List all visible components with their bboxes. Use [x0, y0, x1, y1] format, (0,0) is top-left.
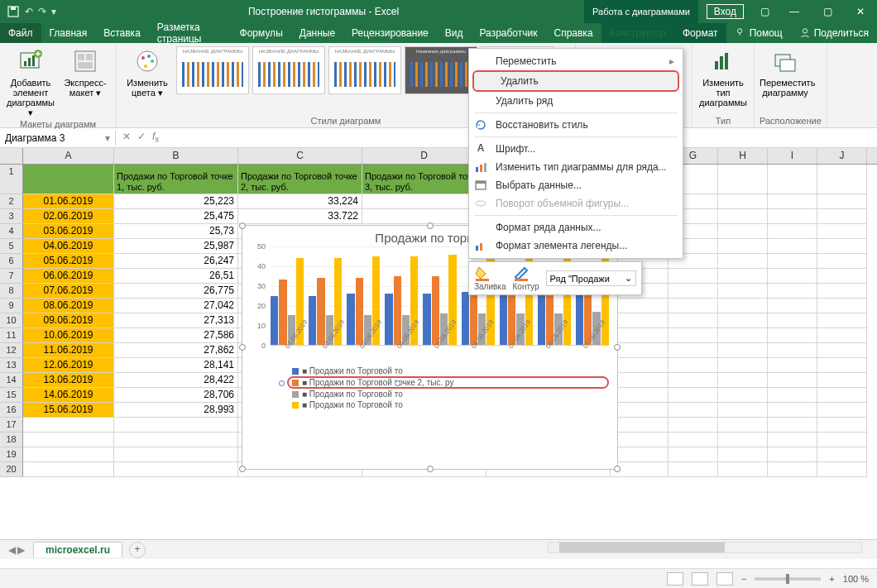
- cell-J13[interactable]: [817, 358, 867, 373]
- cell-I16[interactable]: [768, 403, 817, 418]
- cell-J7[interactable]: [817, 269, 867, 284]
- cell-G12[interactable]: [669, 343, 718, 358]
- chart-style-4[interactable]: Название диаграммы: [405, 46, 477, 94]
- cell-A7[interactable]: 06.06.2019: [23, 269, 114, 284]
- row-header-16[interactable]: 16: [0, 403, 23, 418]
- row-header-3[interactable]: 3: [0, 209, 23, 224]
- cell-H20[interactable]: [718, 462, 768, 477]
- menu-format-legend-entry[interactable]: Формат элемента легенды...: [469, 237, 683, 255]
- cell-A12[interactable]: 11.06.2019: [23, 343, 114, 358]
- cell-J6[interactable]: [817, 254, 867, 269]
- close-button[interactable]: ✕: [844, 0, 877, 23]
- cell-A3[interactable]: 02.06.2019: [23, 209, 114, 224]
- cell-I7[interactable]: [768, 269, 817, 284]
- cell-I10[interactable]: [768, 313, 817, 328]
- fx-icon[interactable]: fx: [152, 131, 159, 144]
- cell-J1[interactable]: [817, 165, 867, 194]
- cell-B2[interactable]: 25,223: [114, 194, 238, 209]
- mini-fill-button[interactable]: Заливка: [474, 265, 506, 291]
- cell-G20[interactable]: [669, 462, 718, 477]
- cell-G19[interactable]: [669, 447, 718, 462]
- cell-H9[interactable]: [718, 299, 768, 313]
- cell-H11[interactable]: [718, 328, 768, 343]
- cell-B19[interactable]: [114, 447, 238, 462]
- row-header-20[interactable]: 20: [0, 462, 23, 477]
- select-all-corner[interactable]: [0, 148, 23, 164]
- tab-view[interactable]: Вид: [437, 23, 472, 43]
- qat-more-icon[interactable]: ▾: [51, 6, 56, 17]
- cell-I14[interactable]: [768, 373, 817, 388]
- cell-F9[interactable]: [611, 299, 669, 313]
- cell-A18[interactable]: [23, 433, 114, 447]
- legend-entry-2[interactable]: ■ Продажи по Торговой точке 2, тыс. ру: [287, 376, 609, 389]
- tell-me[interactable]: Помощ: [726, 23, 791, 43]
- tab-data[interactable]: Данные: [291, 23, 343, 43]
- row-header-10[interactable]: 10: [0, 313, 23, 328]
- cell-B10[interactable]: 27,313: [114, 313, 238, 328]
- cell-B7[interactable]: 26,51: [114, 269, 238, 284]
- cell-I17[interactable]: [768, 418, 817, 433]
- cell-G10[interactable]: [669, 313, 718, 328]
- cell-F11[interactable]: [611, 328, 669, 343]
- tab-home[interactable]: Главная: [41, 23, 96, 43]
- cell-I9[interactable]: [768, 299, 817, 313]
- cell-A2[interactable]: 01.06.2019: [23, 194, 114, 209]
- tab-help[interactable]: Справка: [545, 23, 601, 43]
- cell-G17[interactable]: [669, 418, 718, 433]
- tab-chart-design[interactable]: Конструктор: [601, 23, 674, 43]
- menu-delete-series[interactable]: Удалить ряд: [469, 92, 683, 110]
- menu-move[interactable]: Переместить▸: [469, 52, 683, 70]
- cell-I13[interactable]: [768, 358, 817, 373]
- tab-formulas[interactable]: Формулы: [232, 23, 291, 43]
- cell-F15[interactable]: [611, 388, 669, 403]
- menu-reset-style[interactable]: Восстановить стиль: [469, 116, 683, 134]
- cell-J17[interactable]: [817, 418, 867, 433]
- row-header-6[interactable]: 6: [0, 254, 23, 269]
- cell-B17[interactable]: [114, 418, 238, 433]
- cell-I12[interactable]: [768, 343, 817, 358]
- cell-H14[interactable]: [718, 373, 768, 388]
- cell-A9[interactable]: 08.06.2019: [23, 299, 114, 313]
- undo-icon[interactable]: ↶: [25, 6, 33, 17]
- cell-J4[interactable]: [817, 224, 867, 239]
- worksheet-grid[interactable]: ABCDEFGHIJ1Продажи по Торговой точке 1, …: [0, 148, 877, 477]
- menu-delete[interactable]: Удалить: [472, 70, 679, 92]
- change-colors-button[interactable]: Изменить цвета ▾: [122, 46, 173, 98]
- add-chart-element-button[interactable]: Добавить элемент диаграммы ▾: [5, 46, 56, 117]
- cell-H17[interactable]: [718, 418, 768, 433]
- cell-G14[interactable]: [669, 373, 718, 388]
- cell-I15[interactable]: [768, 388, 817, 403]
- sheet-tab-active[interactable]: microexcel.ru: [33, 542, 122, 557]
- ribbon-options-icon[interactable]: ▢: [752, 6, 778, 17]
- view-layout-button[interactable]: [692, 572, 708, 586]
- cell-B13[interactable]: 28,141: [114, 358, 238, 373]
- row-header-19[interactable]: 19: [0, 447, 23, 462]
- cell-I18[interactable]: [768, 433, 817, 447]
- menu-change-type[interactable]: Изменить тип диаграммы для ряда...: [469, 158, 683, 176]
- cell-G15[interactable]: [669, 388, 718, 403]
- cell-G9[interactable]: [669, 299, 718, 313]
- cell-I11[interactable]: [768, 328, 817, 343]
- cell-H3[interactable]: [718, 209, 768, 224]
- cell-B1[interactable]: Продажи по Торговой точке 1, тыс. руб.: [114, 165, 238, 194]
- cell-A13[interactable]: 12.06.2019: [23, 358, 114, 373]
- cell-B11[interactable]: 27,586: [114, 328, 238, 343]
- cell-I5[interactable]: [768, 239, 817, 254]
- row-header-9[interactable]: 9: [0, 299, 23, 313]
- cell-A15[interactable]: 14.06.2019: [23, 388, 114, 403]
- cell-A16[interactable]: 15.06.2019: [23, 403, 114, 418]
- cell-J10[interactable]: [817, 313, 867, 328]
- tab-file[interactable]: Файл: [0, 23, 41, 43]
- cell-A5[interactable]: 04.06.2019: [23, 239, 114, 254]
- cell-C2[interactable]: 33,224: [238, 194, 362, 209]
- row-header-14[interactable]: 14: [0, 373, 23, 388]
- cell-J20[interactable]: [817, 462, 867, 477]
- zoom-slider[interactable]: [755, 577, 821, 581]
- redo-icon[interactable]: ↷: [38, 6, 46, 17]
- tab-insert[interactable]: Вставка: [95, 23, 149, 43]
- menu-font[interactable]: AШрифт...: [469, 140, 683, 158]
- cell-B14[interactable]: 28,422: [114, 373, 238, 388]
- mini-outline-button[interactable]: Контур: [513, 265, 539, 291]
- cell-C3[interactable]: 33.722: [238, 209, 362, 224]
- new-sheet-button[interactable]: +: [129, 542, 146, 558]
